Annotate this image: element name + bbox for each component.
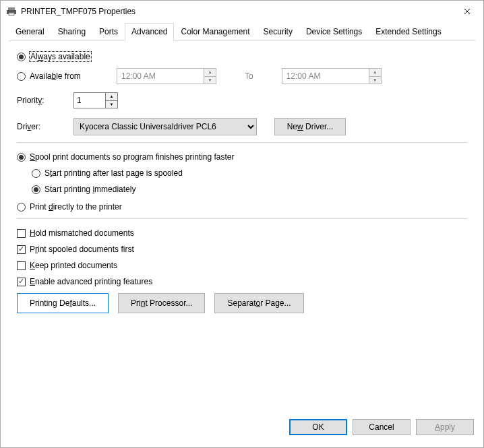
tab-content: Always available Available from ▲▼ To ▲▼… (1, 41, 483, 414)
printer-icon (6, 6, 17, 17)
priority-input[interactable]: ▲▼ (73, 92, 118, 108)
spinner-icon[interactable]: ▲▼ (204, 68, 216, 84)
driver-label: Driver: (17, 122, 56, 131)
new-driver-button[interactable]: New Driver... (274, 118, 346, 135)
svg-rect-2 (9, 13, 14, 15)
separator-page-button[interactable]: Separator Page... (214, 293, 303, 313)
apply-button[interactable]: Apply (416, 419, 474, 435)
titlebar: PRINTER_TMPF075 Properties (1, 1, 483, 22)
checkbox-enable-advanced[interactable]: Enable advanced printing features (17, 277, 152, 286)
tab-general[interactable]: General (9, 23, 51, 41)
cancel-button[interactable]: Cancel (353, 419, 411, 435)
to-label: To (245, 71, 253, 81)
radio-print-directly[interactable]: Print directly to the printer (17, 202, 122, 212)
tab-advanced[interactable]: Advanced (125, 23, 174, 41)
close-button[interactable] (452, 1, 482, 22)
priority-label: Priority: (17, 96, 56, 105)
ok-button[interactable]: OK (289, 419, 347, 435)
radio-available-from[interactable]: Available from (17, 71, 104, 81)
spinner-icon[interactable]: ▲▼ (106, 92, 118, 108)
time-to-input[interactable]: ▲▼ (282, 68, 382, 84)
dialog-footer: OK Cancel Apply (1, 414, 483, 447)
tab-security[interactable]: Security (257, 23, 299, 41)
tab-sharing[interactable]: Sharing (51, 23, 92, 41)
radio-start-after-spooled[interactable]: Start printing after last page is spoole… (32, 168, 183, 178)
radio-start-immediately[interactable]: Start printing immediately (32, 185, 135, 194)
radio-always-available[interactable]: Always available (17, 52, 91, 61)
checkbox-print-spooled-first[interactable]: Print spooled documents first (17, 245, 134, 254)
driver-select[interactable]: Kyocera Classic Universaldriver PCL6 (73, 118, 257, 135)
radio-spool[interactable]: Spool print documents so program finishe… (17, 152, 235, 162)
tab-strip: General Sharing Ports Advanced Color Man… (9, 22, 475, 41)
window-title: PRINTER_TMPF075 Properties (21, 7, 135, 16)
printing-defaults-button[interactable]: Printing Defaults... (17, 293, 109, 313)
tab-ports[interactable]: Ports (92, 23, 125, 41)
tab-color-management[interactable]: Color Management (174, 23, 256, 41)
tab-extended-settings[interactable]: Extended Settings (369, 23, 448, 41)
checkbox-hold-mismatched[interactable]: Hold mismatched documents (17, 228, 134, 238)
tab-device-settings[interactable]: Device Settings (299, 23, 369, 41)
time-from-input[interactable]: ▲▼ (117, 68, 216, 84)
print-processor-button[interactable]: Print Processor... (118, 293, 205, 313)
svg-rect-0 (8, 7, 15, 10)
spinner-icon[interactable]: ▲▼ (369, 68, 382, 84)
properties-dialog: PRINTER_TMPF075 Properties General Shari… (0, 0, 484, 448)
checkbox-keep-printed[interactable]: Keep printed documents (17, 261, 117, 270)
